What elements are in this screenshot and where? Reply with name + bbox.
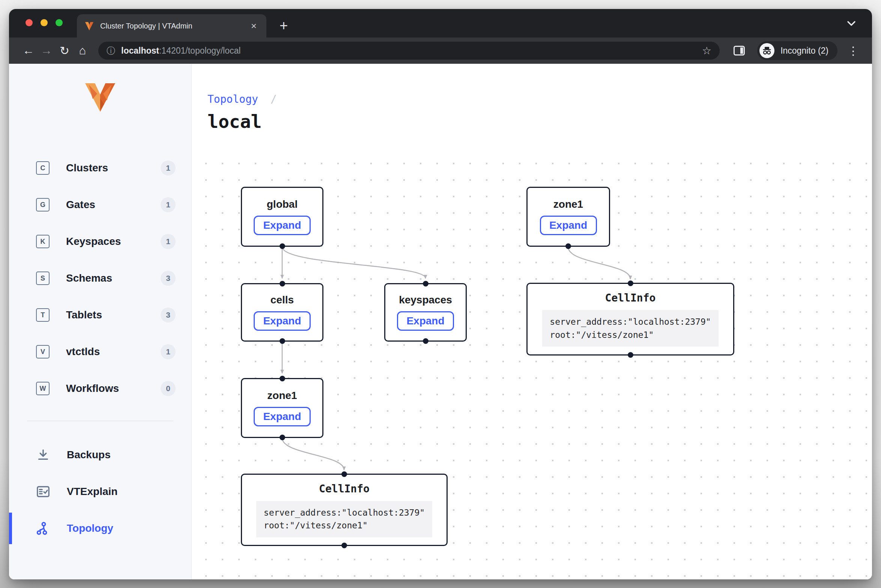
sidebar-item-label: Clusters [66, 162, 108, 174]
node-keyspaces[interactable]: keyspacesExpand [384, 283, 467, 342]
browser-window: Cluster Topology | VTAdmin × + ← → ↻ ⌂ ⓘ… [9, 9, 872, 579]
incognito-badge[interactable]: Incognito (2) [757, 41, 837, 60]
new-tab-button[interactable]: + [275, 16, 293, 34]
home-icon[interactable]: ⌂ [74, 42, 92, 60]
tablets-letter-icon: T [36, 308, 50, 322]
node-global[interactable]: globalExpand [241, 187, 323, 247]
window-minimize-button[interactable] [41, 19, 48, 26]
main-panel: Topology / local globalExpandcellsExpand… [192, 64, 872, 579]
sidebar-item-label: Backups [67, 449, 111, 461]
sidebar-item-label: Topology [67, 522, 113, 534]
breadcrumb-separator: / [271, 93, 277, 105]
breadcrumb: Topology / [207, 93, 277, 105]
node-zone1-root[interactable]: zone1Expand [526, 187, 610, 247]
expand-button[interactable]: Expand [254, 311, 311, 331]
port-bottom [628, 352, 633, 358]
workflows-letter-icon: W [36, 382, 50, 395]
window-maximize-button[interactable] [56, 19, 63, 26]
forward-icon[interactable]: → [38, 42, 56, 60]
port-bottom [280, 435, 285, 440]
port-top [628, 280, 633, 286]
node-title: zone1 [267, 390, 297, 402]
topology-canvas[interactable]: globalExpandcellsExpandkeyspacesExpandzo… [192, 154, 872, 579]
vitess-favicon-icon [84, 21, 94, 31]
expand-button[interactable]: Expand [540, 216, 597, 235]
node-title: cells [271, 294, 294, 306]
count-badge: 1 [161, 160, 176, 176]
node-title: keyspaces [399, 294, 452, 306]
tab-search-chevron-icon[interactable] [846, 20, 857, 28]
sidebar-nav: CClusters1GGates1KKeyspaces1SSchemas3TTa… [9, 154, 191, 402]
sidebar-item-workflows[interactable]: WWorkflows0 [9, 375, 191, 402]
download-icon [36, 448, 50, 462]
url-text: localhost:14201/topology/local [121, 46, 241, 56]
window-close-button[interactable] [26, 19, 33, 26]
tab-title: Cluster Topology | VTAdmin [100, 22, 192, 30]
expand-button[interactable]: Expand [397, 311, 454, 331]
node-cellinfo-zone1[interactable]: CellInfoserver_address:"localhost:2379" … [241, 474, 448, 546]
sidebar-item-clusters[interactable]: CClusters1 [9, 154, 191, 182]
page-info-icon[interactable]: ⓘ [107, 45, 115, 57]
sidebar-tools: BackupsVTExplainTopology [9, 441, 191, 542]
expand-button[interactable]: Expand [254, 407, 311, 426]
port-bottom [341, 543, 347, 548]
node-cellinfo-zone1-root[interactable]: CellInfoserver_address:"localhost:2379" … [526, 283, 734, 356]
sidebar-item-vtctlds[interactable]: Vvtctlds1 [9, 338, 191, 365]
cellinfo-code: server_address:"localhost:2379" root:"/v… [256, 501, 432, 537]
node-title: zone1 [553, 198, 583, 210]
edge-zone1-root-to-cellinfo-zone1-root [568, 247, 630, 279]
sidebar: CClusters1GGates1KKeyspaces1SSchemas3TTa… [9, 64, 192, 579]
count-badge: 1 [161, 344, 176, 359]
schemas-letter-icon: S [36, 272, 50, 285]
sidebar-item-label: Keyspaces [66, 236, 121, 248]
sidebar-item-keyspaces[interactable]: KKeyspaces1 [9, 228, 191, 255]
node-title: global [267, 198, 298, 210]
port-top [341, 471, 347, 477]
back-icon[interactable]: ← [20, 42, 38, 60]
keyspaces-letter-icon: K [36, 235, 50, 248]
count-badge: 3 [161, 271, 176, 286]
breadcrumb-topology-link[interactable]: Topology [207, 93, 258, 105]
sidebar-item-label: vtctlds [66, 346, 100, 358]
sidebar-item-backups[interactable]: Backups [9, 441, 191, 468]
tab-close-icon[interactable]: × [249, 20, 259, 32]
count-badge: 3 [161, 308, 176, 322]
page-title: local [207, 111, 262, 132]
reload-icon[interactable]: ↻ [56, 42, 74, 60]
port-bottom [423, 338, 428, 344]
sidebar-item-gates[interactable]: GGates1 [9, 191, 191, 218]
incognito-icon [759, 43, 774, 58]
tab-strip: Cluster Topology | VTAdmin × + [9, 9, 872, 38]
clusters-letter-icon: C [36, 161, 50, 175]
port-top [280, 281, 285, 286]
content-area: CClusters1GGates1KKeyspaces1SSchemas3TTa… [9, 64, 872, 579]
sidebar-item-topology[interactable]: Topology [9, 515, 191, 542]
gates-letter-icon: G [36, 198, 50, 212]
side-panel-icon[interactable] [730, 42, 748, 60]
edge-zone1-to-cellinfo-zone1 [282, 438, 344, 470]
node-title: CellInfo [319, 483, 370, 495]
expand-button[interactable]: Expand [254, 216, 311, 235]
node-zone1[interactable]: zone1Expand [241, 378, 323, 438]
port-top [423, 281, 428, 286]
vitess-logo[interactable] [82, 82, 118, 113]
sidebar-divider [27, 421, 173, 421]
port-bottom [280, 243, 285, 249]
browser-menu-icon[interactable]: ⋮ [844, 42, 862, 60]
sidebar-item-label: Gates [66, 199, 95, 211]
count-badge: 0 [161, 381, 176, 396]
cellinfo-code: server_address:"localhost:2379" root:"/v… [542, 310, 718, 346]
bookmark-star-icon[interactable]: ☆ [702, 45, 711, 57]
url-bar[interactable]: ⓘ localhost:14201/topology/local ☆ [98, 42, 720, 60]
tab-cluster-topology[interactable]: Cluster Topology | VTAdmin × [77, 14, 266, 38]
sidebar-item-schemas[interactable]: SSchemas3 [9, 265, 191, 292]
sidebar-item-label: Tablets [66, 309, 102, 321]
browser-toolbar: ← → ↻ ⌂ ⓘ localhost:14201/topology/local… [9, 38, 872, 64]
sidebar-item-vtexplain[interactable]: VTExplain [9, 478, 191, 505]
sidebar-item-label: Workflows [66, 382, 119, 394]
vtctlds-letter-icon: V [36, 345, 50, 358]
sidebar-item-tablets[interactable]: TTablets3 [9, 302, 191, 328]
sidebar-item-label: VTExplain [67, 486, 117, 498]
node-cells[interactable]: cellsExpand [241, 283, 323, 342]
port-top [280, 376, 285, 381]
